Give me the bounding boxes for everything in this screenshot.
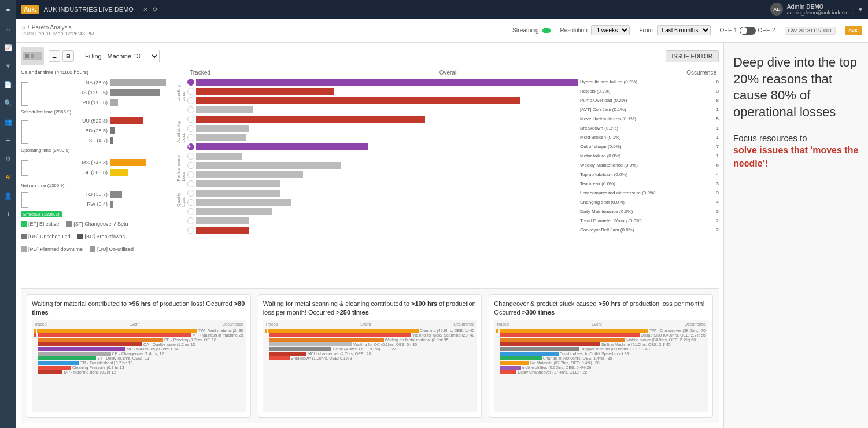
track-icon-5[interactable] [187, 116, 194, 123]
pareto-bar-area-1 [196, 79, 578, 86]
pareto-bar-area-5 [196, 116, 578, 123]
pareto-row-16: Tread Diameter Wrong (0.0%) 2 [187, 217, 719, 224]
track-icon-3[interactable] [187, 97, 194, 104]
pareto-label-9: Motor failure (0.0%) [578, 153, 705, 158]
track-icon-17[interactable] [187, 227, 194, 234]
sidebar-menu-icon[interactable]: ≡ [2, 5, 14, 16]
track-icon-6[interactable] [187, 125, 194, 132]
pareto-row-8: ◈ Out of shape (0.0%) 7 [187, 143, 719, 150]
sidebar-person-icon[interactable]: 👤 [2, 190, 14, 201]
list-view-icon[interactable]: ☰ [49, 50, 60, 62]
pareto-bar-4 [196, 106, 253, 113]
pareto-label-10: Weekly Maintenance (0.0%) [578, 163, 705, 168]
pareto-bar-3 [196, 97, 520, 104]
sidebar-info-icon[interactable]: ℹ [2, 208, 14, 220]
pareto-occ-8: 7 [707, 144, 719, 149]
pareto-label-4: [AVT] Con Jam (0.1%) [578, 107, 705, 112]
sidebar-gear-icon[interactable]: ⚙ [2, 153, 14, 164]
pareto-label-11: Top up lubricant (0.0%) [578, 172, 705, 177]
sidebar-chart-icon[interactable]: 📈 [2, 42, 14, 53]
insight-bold-2a: >100 hrs [411, 300, 437, 307]
legend-label-changeover: [ST] Changeover / Setu [73, 221, 128, 227]
sidebar-list-icon[interactable]: ☰ [2, 134, 14, 146]
pareto-occ-5: 5 [707, 116, 719, 121]
waterfall-row-rj: RJ (36.7) [29, 190, 176, 198]
pareto-bar-area-17 [196, 227, 578, 234]
subheader-controls: Streaming: Resolution: 1 weeks From: Las… [512, 25, 862, 35]
pareto-header: Tracked Overall Occurrence [187, 69, 719, 76]
pareto-occ-1: 8 [707, 79, 719, 84]
auk-logo-small: Auk. [848, 28, 858, 33]
pareto-row-7: Mold Broken (0.1%) 1 [187, 134, 719, 141]
resolution-select[interactable]: 1 weeks [591, 25, 630, 35]
pareto-bar-area-12 [196, 180, 578, 187]
track-icon-1[interactable] [187, 79, 194, 86]
insight-card-2: Waiting for metal scanning & cleaning co… [258, 294, 482, 418]
issue-editor-button[interactable]: ISSUE EDITOR [666, 50, 719, 62]
insight-mini-chart-3: TracedEventOccurrence TW - Changeover (3… [494, 320, 708, 412]
home-breadcrumb[interactable]: ⌂ [22, 24, 25, 31]
track-icon-14[interactable] [187, 199, 194, 206]
pareto-occ-7: 1 [707, 135, 719, 140]
pareto-bar-14 [196, 199, 291, 206]
pareto-bar-area-15 [196, 208, 578, 215]
user-info[interactable]: AD Admin DEMO admin_demo@auk.industries … [770, 3, 863, 16]
insight-text-2a: Waiting for metal scanning & cleaning co… [263, 300, 411, 307]
track-icon-7[interactable] [187, 134, 194, 141]
bd-label: BD (28.5) [29, 128, 110, 134]
pareto-rows: Hydraulic arm failure (0.2%) 8 Rejects (… [187, 78, 719, 235]
sidebar: ≡ ⌂ 📈 ▼ 📄 🔍 👥 ☰ ⚙ AI 👤 ℹ [0, 0, 16, 428]
insight-mini-chart-1: TracedEventOccurrence TW - Wait material… [32, 320, 246, 412]
pareto-bar-area-11 [196, 171, 578, 178]
topbar: Auk. AUK INDUSTRIES LIVE DEMO ✕ ⟳ AD Adm… [16, 0, 868, 19]
sidebar-filter-icon[interactable]: ▼ [2, 60, 14, 72]
pareto-occ-17: 2 [707, 227, 719, 233]
pareto-occ-16: 2 [707, 218, 719, 223]
pareto-label-17: Conveyor Belt Jam (0.0%) [578, 227, 705, 233]
group-view-icon[interactable]: ⊞ [62, 50, 74, 62]
pareto-row-1: Hydraulic arm failure (0.2%) 8 [187, 78, 719, 86]
track-icon-8[interactable]: ◈ [187, 143, 194, 150]
sidebar-ai-icon[interactable]: AI [2, 171, 14, 183]
breadcrumb: ⌂ / Pareto Analysis [22, 24, 94, 31]
pareto-bar-area-14 [196, 199, 578, 206]
track-icon-16[interactable] [187, 217, 194, 224]
waterfall-row-ms: MS (743.3) [29, 158, 176, 167]
track-icon-15[interactable] [187, 208, 194, 215]
user-email: admin_demo@auk.industries [786, 10, 854, 16]
from-label: From: [639, 27, 654, 34]
track-icon-12[interactable] [187, 180, 194, 187]
pareto-row-5: Move Hydraulic arm (0.1%) 5 [187, 115, 719, 123]
track-icon-2[interactable] [187, 88, 194, 95]
subheader: ⌂ / Pareto Analysis 2020-Feb-10 Mon 12:2… [16, 19, 868, 43]
oee-switch[interactable] [740, 27, 756, 35]
track-icon-11[interactable] [187, 171, 194, 178]
machine-select[interactable]: Filling - Machine 13 [79, 50, 160, 62]
refresh-icon[interactable]: ⟳ [153, 6, 158, 13]
sidebar-users-icon[interactable]: 👥 [2, 116, 14, 127]
track-icon-9[interactable] [187, 153, 194, 160]
legend-label-unutilised: [UU] Un-utilised [97, 246, 134, 252]
pareto-bar-11 [196, 171, 303, 178]
pareto-occ-14: 4 [707, 200, 719, 205]
pareto-occ-15: 3 [707, 209, 719, 214]
sidebar-doc-icon[interactable]: 📄 [2, 79, 14, 90]
legend-label-planned: [PD] Planned downtime [28, 246, 83, 252]
track-icon-10[interactable] [187, 162, 194, 169]
user-dropdown-icon[interactable]: ▼ [858, 6, 863, 13]
legend-color-effective [21, 221, 27, 227]
sidebar-search-icon[interactable]: 🔍 [2, 97, 14, 109]
pareto-bar-1 [196, 79, 578, 86]
track-icon-4[interactable] [187, 106, 194, 113]
legend-label-breakdown: [BD] Breakdowns [85, 234, 125, 239]
sidebar-home-icon[interactable]: ⌂ [2, 23, 14, 35]
pareto-label-5: Move Hydraulic arm (0.1%) [578, 116, 705, 121]
oee-toggle[interactable]: OEE-1 OEE-2 [720, 27, 775, 35]
ms-label: MS (743.3) [29, 160, 110, 165]
close-tab-icon[interactable]: ✕ [143, 6, 148, 13]
svg-rect-1 [25, 54, 29, 58]
focus-prefix: Focus resources to [733, 133, 807, 143]
from-select[interactable]: Last 6 months [657, 25, 711, 35]
waterfall-row-bd: BD (28.5) [29, 127, 176, 135]
track-icon-13[interactable] [187, 190, 194, 197]
